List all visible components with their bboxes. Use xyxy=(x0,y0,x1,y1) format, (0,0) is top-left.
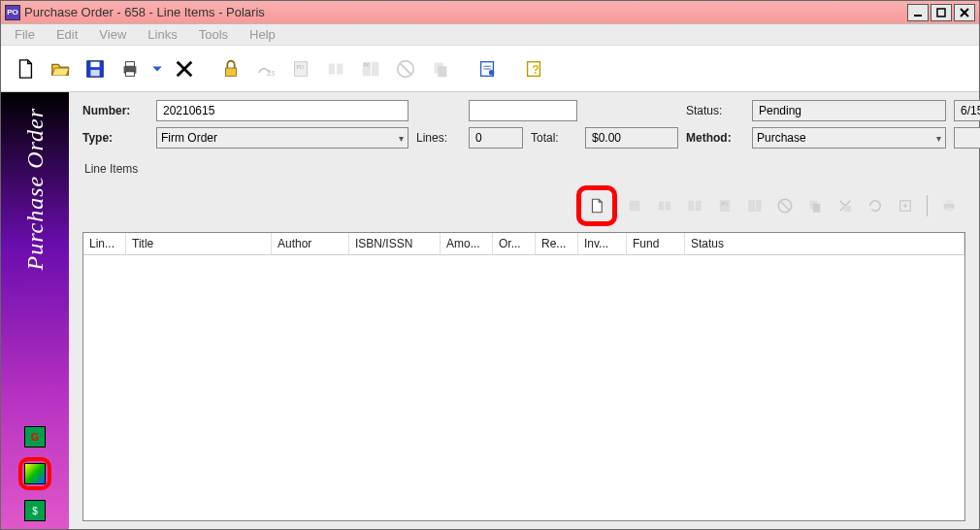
sidebar-view-general-icon[interactable]: G xyxy=(24,426,46,447)
type-select-value: Firm Order xyxy=(161,131,217,145)
line-export-icon xyxy=(893,193,918,218)
col-status[interactable]: Status xyxy=(685,233,964,254)
line-po-icon: PO xyxy=(712,193,737,218)
number-suffix-input[interactable] xyxy=(469,100,577,121)
window-title: Purchase Order - 658 - Line Items - Pola… xyxy=(24,5,907,19)
col-line[interactable]: Lin... xyxy=(83,233,126,254)
print-dropdown-icon[interactable] xyxy=(150,53,164,84)
total-label: Total: xyxy=(531,131,577,145)
sidebar-nav: G $ xyxy=(18,426,51,521)
open-icon[interactable] xyxy=(46,53,75,84)
window-controls xyxy=(907,4,975,21)
sidebar-view-charges-icon[interactable]: $ xyxy=(24,500,46,521)
form-header: Number: Status: Type: Firm Order▾ Lines:… xyxy=(82,100,965,149)
type-label: Type: xyxy=(82,131,148,145)
svg-rect-43 xyxy=(813,204,821,213)
svg-rect-49 xyxy=(945,200,953,204)
main-toolbar: 2s PO PO ? xyxy=(1,46,979,92)
svg-rect-32 xyxy=(659,202,664,211)
menu-file[interactable]: File xyxy=(5,25,45,44)
cancel-po-icon xyxy=(391,53,420,84)
sidebar-highlight xyxy=(18,457,51,490)
content-pane: Number: Status: Type: Firm Order▾ Lines:… xyxy=(69,92,979,529)
col-fund[interactable]: Fund xyxy=(627,233,685,254)
svg-rect-24 xyxy=(438,66,446,77)
split-line-icon xyxy=(682,193,707,218)
svg-rect-33 xyxy=(666,202,670,211)
help-icon[interactable]: ? xyxy=(519,53,548,84)
svg-rect-16 xyxy=(329,63,335,74)
new-icon[interactable] xyxy=(11,53,40,84)
col-isbn[interactable]: ISBN/ISSN xyxy=(349,233,441,254)
close-button[interactable] xyxy=(954,4,975,21)
svg-rect-1 xyxy=(937,9,945,17)
type-select[interactable]: Firm Order▾ xyxy=(156,127,408,149)
svg-rect-6 xyxy=(90,69,99,75)
lines-field xyxy=(469,127,523,149)
minimize-button[interactable] xyxy=(907,4,929,21)
method-select-value: Purchase xyxy=(757,131,806,145)
titlebar: PO Purchase Order - 658 - Line Items - P… xyxy=(1,1,979,24)
print-icon[interactable] xyxy=(115,53,145,84)
svg-rect-34 xyxy=(688,201,694,212)
svg-text:2s: 2s xyxy=(267,69,276,78)
col-invoiced[interactable]: Inv... xyxy=(578,233,627,254)
sidebar-title: Purchase Order xyxy=(22,108,49,271)
svg-rect-5 xyxy=(90,61,99,66)
svg-rect-17 xyxy=(337,63,343,74)
svg-rect-12 xyxy=(226,68,237,76)
line-delete-icon xyxy=(833,193,858,218)
svg-text:PO: PO xyxy=(721,202,728,207)
status-label: Status: xyxy=(686,104,744,117)
save-icon[interactable] xyxy=(81,53,110,84)
line-cancel-icon xyxy=(772,193,798,218)
add-line-item-icon[interactable] xyxy=(584,193,609,218)
menubar: File Edit View Links Tools Help xyxy=(1,24,979,46)
number-input[interactable] xyxy=(156,100,408,121)
method-extra-field xyxy=(954,127,980,149)
receive-icon xyxy=(321,53,350,84)
number-label: Number: xyxy=(82,104,148,117)
col-author[interactable]: Author xyxy=(272,233,349,254)
line-refresh-icon xyxy=(863,193,888,218)
svg-rect-8 xyxy=(125,61,134,66)
add-line-highlight xyxy=(576,185,617,226)
properties-icon[interactable] xyxy=(473,53,502,84)
menu-edit[interactable]: Edit xyxy=(47,25,87,44)
col-received[interactable]: Re... xyxy=(536,233,578,254)
menu-view[interactable]: View xyxy=(89,25,136,44)
svg-point-28 xyxy=(489,69,495,75)
date-field xyxy=(954,100,980,121)
chevron-down-icon: ▾ xyxy=(399,133,404,144)
delete-icon[interactable] xyxy=(170,53,199,84)
release-icon: 2s xyxy=(251,53,280,84)
col-amount[interactable]: Amo... xyxy=(441,233,493,254)
col-ordered[interactable]: Or... xyxy=(493,233,536,254)
svg-rect-19 xyxy=(372,61,378,76)
method-select[interactable]: Purchase▾ xyxy=(752,127,946,149)
line-items-table: Lin... Title Author ISBN/ISSN Amo... Or.… xyxy=(82,232,965,521)
svg-text:PO: PO xyxy=(364,63,371,68)
svg-rect-46 xyxy=(844,206,852,212)
maximize-button[interactable] xyxy=(931,4,952,21)
po-doc-icon: PO xyxy=(286,53,315,84)
menu-links[interactable]: Links xyxy=(138,25,186,44)
total-field xyxy=(585,127,678,149)
col-title[interactable]: Title xyxy=(126,233,272,254)
copy-po-icon xyxy=(426,53,455,84)
receive-line-icon xyxy=(652,193,677,218)
line-print-icon xyxy=(936,193,962,218)
svg-text:?: ? xyxy=(532,62,539,76)
svg-line-41 xyxy=(781,202,790,211)
edit-line-icon xyxy=(622,193,647,218)
app-icon: PO xyxy=(5,5,20,20)
line-invoice-icon xyxy=(742,193,768,218)
menu-help[interactable]: Help xyxy=(240,25,285,44)
line-items-label: Line Items xyxy=(84,162,965,176)
app-window: PO Purchase Order - 658 - Line Items - P… xyxy=(0,0,980,530)
lock-icon[interactable] xyxy=(216,53,245,84)
menu-tools[interactable]: Tools xyxy=(189,25,238,44)
sidebar-view-lineitems-icon[interactable] xyxy=(24,463,46,484)
svg-rect-38 xyxy=(748,200,755,212)
line-copy-icon xyxy=(802,193,828,218)
